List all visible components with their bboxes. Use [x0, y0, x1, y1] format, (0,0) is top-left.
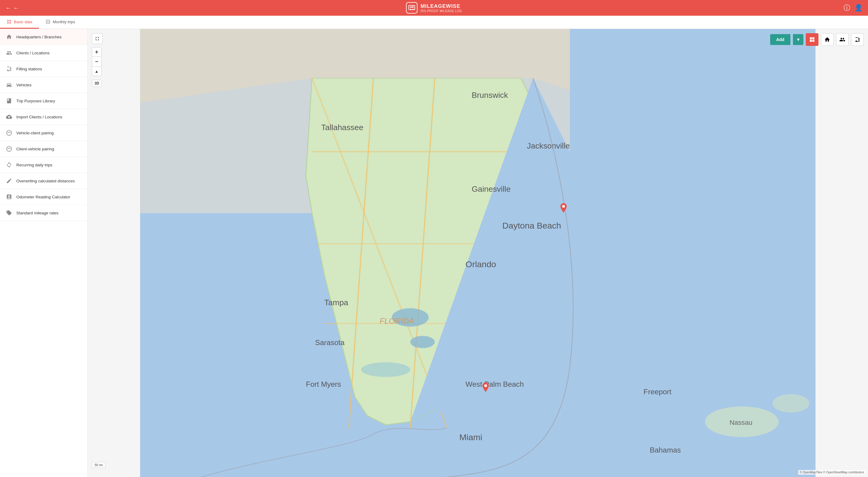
header-right: ⓘ 👤: [843, 3, 863, 12]
sidebar-item-mileage-rates[interactable]: Standard mileage rates: [0, 205, 87, 221]
compass-button[interactable]: ▲: [92, 66, 101, 76]
svg-point-1: [410, 9, 411, 10]
logo-icon: [406, 2, 417, 13]
svg-text:Tallahassee: Tallahassee: [321, 123, 363, 132]
map-svg: Tallahassee Brunswick Jacksonville Gaine…: [88, 29, 868, 477]
sidebar-item-client-vehicle[interactable]: Client-vehicle pairing: [0, 141, 87, 157]
expand-map-button[interactable]: [92, 33, 103, 44]
svg-text:Bahamas: Bahamas: [650, 446, 681, 454]
svg-point-16: [7, 148, 8, 149]
scale-label: 50 mi: [95, 463, 103, 467]
map-toolbar: Add ▼: [770, 33, 864, 46]
svg-point-12: [7, 132, 8, 133]
sidebar-item-filling-stations[interactable]: Filling stations: [0, 61, 87, 77]
sidebar-recurring-trips-label: Recurring daily trips: [16, 163, 52, 167]
people-icon: [6, 50, 12, 56]
sidebar-item-recurring-trips[interactable]: Recurring daily trips: [0, 157, 87, 173]
svg-rect-5: [7, 22, 9, 24]
svg-text:Gainesville: Gainesville: [472, 185, 511, 193]
svg-text:West Palm Beach: West Palm Beach: [465, 380, 524, 388]
svg-text:Jacksonville: Jacksonville: [527, 141, 570, 150]
header-center: MILEAGEWISE IRS-PROOF MILEAGE LOG: [406, 2, 462, 13]
svg-point-15: [7, 147, 12, 152]
tab-monthly-trips[interactable]: Monthly trips: [39, 16, 82, 29]
overwrite-icon: [6, 178, 12, 184]
svg-text:Tampa: Tampa: [324, 298, 348, 307]
svg-point-31: [773, 394, 809, 413]
zoom-controls: + − ▲: [92, 47, 101, 76]
tab-basic-data-label: Basic data: [14, 20, 32, 24]
svg-text:Fort Myers: Fort Myers: [306, 380, 341, 388]
grid-icon: [809, 36, 815, 42]
3d-button[interactable]: 3D: [92, 80, 102, 87]
svg-point-28: [410, 336, 435, 348]
user-icon[interactable]: 👤: [855, 4, 863, 12]
fuel-view-icon: [855, 36, 861, 42]
home-icon: [6, 34, 12, 40]
sidebar-odometer-label: Odometer Reading Calculator: [16, 195, 70, 199]
tab-bar: Basic data Monthly trips: [0, 16, 868, 29]
cloud-upload-icon: [6, 114, 12, 120]
sidebar-vehicles-label: Vehicles: [16, 83, 31, 87]
svg-text:Orlando: Orlando: [465, 259, 496, 269]
sidebar-overwriting-label: Overwriting calculated distances: [16, 179, 75, 183]
header-left: ← ←: [5, 4, 19, 11]
map-scale: 50 mi: [92, 462, 105, 468]
svg-text:Sarasota: Sarasota: [315, 339, 345, 347]
svg-point-2: [412, 9, 413, 10]
svg-text:Miami: Miami: [459, 432, 482, 442]
add-dropdown-button[interactable]: ▼: [793, 34, 803, 45]
odometer-icon: [6, 194, 12, 200]
tag-icon: [6, 210, 12, 216]
sidebar-item-headquarters[interactable]: Headquarters / Branches: [0, 29, 87, 45]
monthly-trips-tab-icon: [45, 19, 51, 24]
main-layout: Headquarters / Branches Clients / Locati…: [0, 29, 868, 477]
sidebar-item-vehicle-client[interactable]: Vehicle-client pairing: [0, 125, 87, 141]
sidebar-item-vehicles[interactable]: Vehicles: [0, 77, 87, 93]
people-view-button[interactable]: [836, 33, 849, 46]
svg-point-47: [562, 205, 565, 208]
tab-monthly-trips-label: Monthly trips: [53, 20, 75, 24]
sidebar-item-overwriting[interactable]: Overwriting calculated distances: [0, 173, 87, 189]
svg-point-13: [10, 132, 10, 133]
home-view-button[interactable]: [821, 33, 834, 46]
fuel-view-button[interactable]: [851, 33, 864, 46]
sidebar-item-trip-purposes[interactable]: Trip Purposes Library: [0, 93, 87, 109]
svg-text:Freeport: Freeport: [644, 388, 672, 396]
svg-point-48: [484, 384, 487, 387]
sidebar-client-vehicle-label: Client-vehicle pairing: [16, 147, 54, 151]
sidebar-trip-purposes-label: Trip Purposes Library: [16, 99, 55, 103]
svg-point-17: [10, 148, 10, 149]
recurring-icon: [6, 162, 12, 168]
zoom-out-button[interactable]: −: [92, 57, 101, 66]
svg-point-11: [7, 130, 12, 135]
svg-point-29: [361, 362, 410, 377]
sidebar: Headquarters / Branches Clients / Locati…: [0, 29, 88, 477]
header-title: MILEAGEWISE IRS-PROOF MILEAGE LOG: [421, 3, 462, 13]
expand-icon: [95, 36, 100, 41]
vehicle-client-icon: [6, 130, 12, 136]
basic-data-tab-icon: [7, 19, 11, 24]
zoom-in-button[interactable]: +: [92, 47, 101, 57]
map-pin-daytona: [559, 203, 568, 217]
help-icon[interactable]: ⓘ: [843, 3, 850, 12]
car-icon: [6, 82, 12, 88]
sidebar-mileage-rates-label: Standard mileage rates: [16, 211, 59, 215]
sidebar-headquarters-label: Headquarters / Branches: [16, 35, 62, 39]
svg-text:Nassau: Nassau: [730, 419, 752, 426]
tab-basic-data[interactable]: Basic data: [0, 16, 39, 29]
brand-name: MILEAGEWISE: [421, 3, 462, 9]
sidebar-item-odometer[interactable]: Odometer Reading Calculator: [0, 189, 87, 205]
sidebar-item-import-clients[interactable]: Import Clients / Locations: [0, 109, 87, 125]
add-button[interactable]: Add: [770, 34, 790, 45]
header: ← ← MILEAGEWISE IRS-PROOF MILEAGE LOG ⓘ …: [0, 0, 868, 16]
people-view-icon: [839, 36, 845, 42]
sidebar-import-clients-label: Import Clients / Locations: [16, 115, 62, 119]
sidebar-item-clients[interactable]: Clients / Locations: [0, 45, 87, 61]
client-vehicle-icon: [6, 146, 12, 152]
logo-svg: [408, 4, 415, 11]
map-container: Tallahassee Brunswick Jacksonville Gaine…: [88, 29, 868, 477]
grid-view-button[interactable]: [806, 33, 818, 46]
svg-text:Brunswick: Brunswick: [472, 91, 508, 100]
back-icon[interactable]: ← ←: [5, 4, 19, 11]
